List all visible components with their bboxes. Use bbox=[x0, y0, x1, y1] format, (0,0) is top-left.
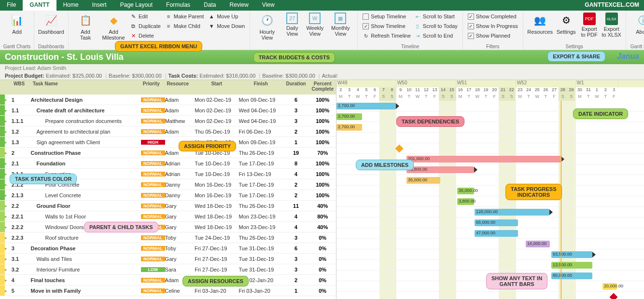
move-up-button[interactable]: ▲Move Up bbox=[206, 12, 247, 21]
gantt-bar[interactable]: 35,000.00 bbox=[457, 188, 474, 194]
table-row[interactable]: ▸1.1.1Prepare construction documentsNORM… bbox=[0, 116, 336, 126]
gantt-bar[interactable]: 93,500.00 bbox=[551, 251, 592, 258]
export-pdf-button[interactable]: PDFExport to PDF bbox=[578, 12, 601, 44]
expand-icon[interactable]: ▸ bbox=[5, 246, 12, 251]
dashboard-button[interactable]: 📈 Dashboard bbox=[37, 12, 65, 44]
col-wbs[interactable]: WBS bbox=[12, 81, 31, 86]
duplicate-button[interactable]: ⧉Duplicate bbox=[127, 21, 163, 31]
menu-gantt[interactable]: GANTT bbox=[23, 0, 56, 11]
make-child-button[interactable]: ≡Make Child bbox=[163, 21, 206, 31]
expand-icon[interactable]: ▸ bbox=[5, 288, 12, 293]
menu-insert[interactable]: Insert bbox=[85, 0, 113, 11]
expand-icon[interactable]: ▸ bbox=[5, 214, 12, 219]
scroll-start-button[interactable]: ⇤Scroll to Start bbox=[413, 12, 460, 21]
milestone-diamond[interactable] bbox=[610, 293, 618, 299]
table-row[interactable]: ▸1Architectural DesignNORMALAdamMon 02-D… bbox=[0, 95, 336, 105]
expand-icon[interactable]: ▸ bbox=[5, 267, 12, 272]
daily-view-button[interactable]: 27Daily View bbox=[281, 12, 303, 44]
hourly-view-button[interactable]: 🕐Hourly View bbox=[253, 12, 281, 44]
table-row[interactable]: ▸1.3Sign agreement with ClientHIGHMon 09… bbox=[0, 137, 336, 148]
gantt-bar[interactable]: 3,800.00 bbox=[457, 198, 474, 205]
table-row[interactable]: ▸1.2Agreement to architectural planNORMA… bbox=[0, 126, 336, 137]
menu-review[interactable]: Review bbox=[223, 0, 255, 11]
about-button[interactable]: ⓘAbout bbox=[629, 12, 644, 44]
refresh-timeline-button[interactable]: ↻Refresh Timeline bbox=[361, 31, 413, 41]
milestone-diamond[interactable] bbox=[395, 145, 404, 153]
col-start[interactable]: Start bbox=[195, 81, 238, 86]
table-row[interactable]: ▸2Construction PhaseNORMALAdamTue 10-Dec… bbox=[0, 148, 336, 158]
expand-icon[interactable]: ▸ bbox=[5, 235, 12, 240]
scroll-today-button[interactable]: ▯Scroll to Today bbox=[413, 21, 460, 31]
delete-button[interactable]: ✕Delete bbox=[127, 31, 163, 41]
table-row[interactable]: ▸2.1.3Level ConcreteNORMALDannyMon 16-De… bbox=[0, 190, 336, 201]
settings-button[interactable]: ⚙Settings bbox=[554, 12, 578, 44]
col-task-name[interactable]: Task Name bbox=[31, 81, 141, 86]
gantt-bar[interactable]: 73,800.00 bbox=[406, 166, 474, 173]
show-planned-check[interactable]: ✓Show Planned bbox=[466, 31, 520, 41]
edit-button[interactable]: ✎Edit bbox=[127, 12, 163, 21]
gantt-row[interactable]: 93,500.00 bbox=[336, 249, 644, 260]
gantt-row[interactable]: 2,700.00 bbox=[336, 122, 644, 133]
gantt-row[interactable]: 13,500.00 bbox=[336, 260, 644, 271]
show-completed-check[interactable]: ✓Show Completed bbox=[466, 12, 520, 21]
col-finish[interactable]: Finish bbox=[238, 81, 282, 86]
gantt-row[interactable]: 128,000.00 bbox=[336, 207, 644, 217]
table-row[interactable]: ▸2.2.2Windows/ DoorsNORMALGaryWed 18-Dec… bbox=[0, 222, 336, 232]
expand-icon[interactable]: ▸ bbox=[5, 225, 12, 230]
expand-icon[interactable]: ▸ bbox=[5, 150, 12, 155]
table-row[interactable]: ▸2.1FoundationNORMALAdrianTue 10-Dec-19T… bbox=[0, 158, 336, 169]
table-row[interactable]: ▸4Final touchesNORMALAdamThu 02-Jan-20Th… bbox=[0, 275, 336, 285]
gantt-bar[interactable]: 80,000.00 bbox=[551, 272, 592, 279]
table-row[interactable]: ▸3.1Walls and TilesNORMALGaryFri 27-Dec-… bbox=[0, 254, 336, 264]
gantt-row[interactable]: 65,000.00 bbox=[336, 217, 644, 228]
col-priority[interactable]: Priority bbox=[141, 81, 165, 86]
add-task-button[interactable]: 📋 Add Task bbox=[71, 12, 99, 44]
add-chart-button[interactable]: 📊 Add bbox=[3, 12, 31, 44]
gantt-row[interactable] bbox=[336, 133, 644, 143]
table-row[interactable]: ▸5Move in with FamilyNORMALCelineFri 03-… bbox=[0, 285, 336, 296]
table-row[interactable]: ▸1.1Create draft of architectureNORMALAd… bbox=[0, 105, 336, 116]
show-timeline-check[interactable]: ✓Show Timeline bbox=[361, 21, 413, 31]
table-row[interactable]: ▸3Decoration PhaseNORMALTobyFri 27-Dec-1… bbox=[0, 243, 336, 254]
gantt-bar[interactable]: 128,000.00 bbox=[475, 209, 549, 216]
gantt-row[interactable]: 16,000.00 bbox=[336, 239, 644, 249]
expand-icon[interactable]: ▸ bbox=[5, 108, 12, 113]
scroll-end-button[interactable]: ⇥Scroll to End bbox=[413, 31, 460, 41]
gantt-bar[interactable]: 47,000.00 bbox=[475, 230, 518, 237]
col-resource[interactable]: Resource bbox=[165, 81, 195, 86]
menu-formulas[interactable]: Formulas bbox=[159, 0, 197, 11]
resources-button[interactable]: 👥Resources bbox=[526, 12, 554, 44]
monthly-view-button[interactable]: ▦Monthly View bbox=[326, 12, 354, 44]
gantt-bar[interactable]: 13,500.00 bbox=[551, 262, 592, 269]
expand-icon[interactable]: ▸ bbox=[5, 161, 12, 166]
menu-page-layout[interactable]: Page Layout bbox=[113, 0, 159, 11]
menu-file[interactable]: File bbox=[0, 0, 23, 11]
table-row[interactable]: ▸2.2Ground FloorNORMALGaryWed 18-Dec-19T… bbox=[0, 201, 336, 211]
gantt-bar[interactable]: 20,000.00 bbox=[602, 283, 617, 290]
expand-icon[interactable]: ▸ bbox=[5, 193, 12, 198]
expand-icon[interactable]: ▸ bbox=[5, 278, 12, 283]
show-in-progress-check[interactable]: ✓Show In Progress bbox=[466, 21, 520, 31]
table-row[interactable]: ▸2.2.1Walls to 1st FloorNORMALGaryWed 18… bbox=[0, 211, 336, 222]
gantt-row[interactable]: 3,800.00 bbox=[336, 196, 644, 207]
gantt-bar[interactable]: 35,000.00 bbox=[406, 177, 440, 184]
gantt-bar[interactable]: 201,800.00 bbox=[406, 156, 561, 163]
gantt-row[interactable] bbox=[336, 143, 644, 154]
move-down-button[interactable]: ▼Move Down bbox=[206, 21, 247, 31]
gantt-bar[interactable]: 2,700.00 bbox=[336, 113, 362, 120]
expand-icon[interactable]: ▸ bbox=[5, 97, 12, 102]
setup-timeline-button[interactable]: Setup Timeline bbox=[361, 12, 413, 21]
gantt-bar[interactable]: 16,000.00 bbox=[526, 241, 550, 247]
gantt-row[interactable]: 35,000.00 bbox=[336, 175, 644, 186]
gantt-bars-area[interactable]: 2,700.002,700.002,700.00201,800.0073,800… bbox=[336, 101, 644, 299]
add-milestone-button[interactable]: ◆ Add Milestone bbox=[99, 12, 127, 44]
menu-home[interactable]: Home bbox=[56, 0, 85, 11]
expand-icon[interactable]: ▸ bbox=[5, 257, 12, 261]
menu-view[interactable]: View bbox=[255, 0, 281, 11]
gantt-bar[interactable]: 2,700.00 bbox=[336, 124, 362, 131]
gantt-bar[interactable]: 65,000.00 bbox=[475, 219, 518, 226]
export-xlsx-button[interactable]: XLSXExport to XLSX bbox=[601, 12, 623, 44]
expand-icon[interactable]: ▸ bbox=[5, 204, 12, 208]
gantt-row[interactable]: 47,000.00 bbox=[336, 228, 644, 239]
table-row[interactable]: ▸2.2.3Roof structureNORMALTobyTue 24-Dec… bbox=[0, 232, 336, 243]
